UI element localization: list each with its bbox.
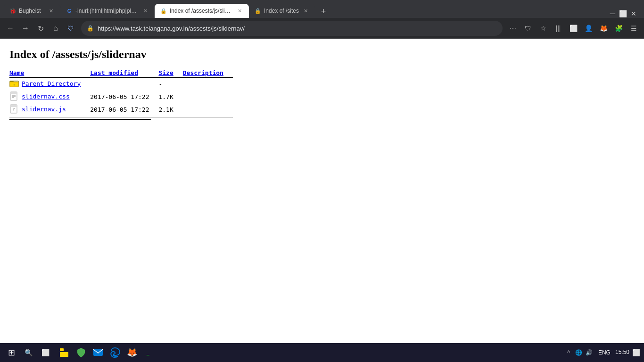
tab-favicon-sites: 🔒	[255, 8, 261, 14]
sort-by-name-link[interactable]: Name	[9, 69, 24, 76]
start-button[interactable]: ⊞	[4, 345, 19, 360]
svg-rect-5	[10, 92, 17, 94]
tab-title-bugheist: Bugheist	[19, 8, 44, 14]
css-file-desc-cell	[183, 90, 233, 103]
slidernav-css-link[interactable]: slidernav.css	[22, 93, 70, 100]
svg-rect-12	[60, 348, 64, 351]
restore-button[interactable]: ⬜	[619, 10, 627, 17]
svg-rect-10	[10, 105, 17, 107]
tab-favicon-slidernav: 🔒	[160, 8, 167, 14]
lock-icon: 🔒	[87, 25, 94, 32]
js-file-desc-cell	[183, 103, 233, 117]
close-button[interactable]: ✕	[631, 10, 636, 17]
reload-button[interactable]: ↻	[34, 22, 47, 35]
parent-directory-link[interactable]: Parent Directory	[22, 80, 81, 87]
taskbar-edge[interactable]	[107, 345, 123, 360]
tray-network[interactable]: 🌐	[575, 348, 583, 357]
search-button[interactable]: 🔍	[21, 345, 36, 360]
tab-bar: 🐞 Bugheist ✕ G -inurl:(html|html|php|pls…	[0, 0, 644, 18]
home-button[interactable]: ⌂	[49, 22, 62, 35]
taskbar: ⊞ 🔍 ⬜ 🦊 _ ^ 🌐 🔊	[0, 343, 644, 362]
parent-dir-name-cell: ↑ Parent Directory	[9, 78, 90, 91]
tab-close-sites[interactable]: ✕	[302, 7, 309, 15]
time-display[interactable]: 15:50	[615, 349, 629, 356]
tab-sites[interactable]: 🔒 Index of /sites ✕	[249, 4, 315, 18]
new-tab-button[interactable]: +	[317, 5, 330, 18]
extensions-button[interactable]: ⋯	[506, 22, 520, 35]
css-file-size-cell: 1.7K	[158, 90, 182, 103]
table-header-row: Name Last modified Size Description	[9, 68, 233, 78]
tab-title-slidernav: Index of /assests/js/slidernav	[170, 8, 233, 14]
js-file-name-cell: ? slidernav.js	[9, 103, 90, 117]
svg-rect-13	[60, 352, 68, 357]
tray-chevron[interactable]: ^	[564, 348, 573, 357]
address-text: https://www.task.telangana.gov.in/assest…	[98, 25, 497, 32]
tab-slidernav[interactable]: 🔒 Index of /assests/js/slidernav ✕	[155, 4, 249, 18]
extensions-icon[interactable]: 🧩	[612, 22, 625, 35]
shield-icon: 🛡	[64, 22, 77, 35]
pocket-icon[interactable]: 🛡	[521, 22, 535, 35]
js-file-icon: ?	[9, 104, 19, 114]
language-indicator[interactable]: ENG	[598, 349, 611, 356]
clock-time: 15:50	[615, 349, 629, 356]
tab-title-google: -inurl:(html|html|php|pls|txt) in	[75, 8, 139, 14]
col-header-size: Size	[158, 68, 182, 78]
js-file-modified-cell: 2017-06-05 17:22	[90, 103, 158, 117]
account-icon[interactable]: 👤	[582, 22, 595, 35]
svg-text:↑: ↑	[13, 82, 16, 87]
forward-button[interactable]: →	[19, 22, 32, 35]
svg-text:?: ?	[13, 108, 15, 112]
sort-by-modified-link[interactable]: Last modified	[90, 69, 138, 76]
task-view-button[interactable]: ⬜	[38, 345, 53, 360]
parent-dir-size-cell: -	[158, 78, 182, 91]
notification-icon[interactable]: ⬜	[632, 349, 640, 356]
sort-by-size-link[interactable]: Size	[158, 69, 173, 76]
taskbar-terminal[interactable]: _	[141, 345, 157, 360]
taskbar-mail[interactable]	[91, 345, 106, 360]
parent-dir-desc-cell	[183, 78, 233, 91]
css-file-modified-cell: 2017-06-05 17:22	[90, 90, 158, 103]
slidernav-js-link[interactable]: slidernav.js	[22, 106, 66, 113]
tab-favicon-bugheist: 🐞	[9, 8, 16, 14]
taskbar-apps: 🦊 _	[57, 345, 157, 360]
parent-dir-modified-cell	[90, 78, 158, 91]
tab-google-search[interactable]: G -inurl:(html|html|php|pls|txt) in ✕	[60, 4, 155, 18]
taskbar-explorer[interactable]	[57, 345, 72, 360]
toolbar: ← → ↻ ⌂ 🛡 🔒 https://www.task.telangana.g…	[0, 18, 644, 39]
firefox-account-icon[interactable]: 🦊	[597, 22, 610, 35]
address-bar[interactable]: 🔒 https://www.task.telangana.gov.in/asse…	[81, 21, 503, 36]
sort-by-description-link[interactable]: Description	[183, 69, 223, 76]
table-row: ? slidernav.js 2017-06-05 17:22 2.1K	[9, 103, 233, 117]
css-file-icon	[9, 91, 19, 101]
js-file-size-cell: 2.1K	[158, 103, 182, 117]
table-row: slidernav.css 2017-06-05 17:22 1.7K	[9, 90, 233, 103]
tab-close-google[interactable]: ✕	[141, 7, 149, 15]
toolbar-right: ⋯ 🛡 ☆ ||| ⬜ 👤 🦊 🧩 ☰	[506, 22, 640, 35]
menu-button[interactable]: ☰	[627, 22, 640, 35]
taskbar-shield[interactable]	[74, 345, 89, 360]
page-title: Index of /assests/js/slidernav	[9, 48, 635, 61]
taskbar-right: ^ 🌐 🔊 ENG 15:50 ⬜	[564, 348, 640, 357]
tab-close-slidernav[interactable]: ✕	[236, 7, 243, 15]
col-header-description: Description	[183, 68, 233, 78]
bookmark-button[interactable]: ☆	[537, 22, 550, 35]
tab-close-bugheist[interactable]: ✕	[47, 7, 55, 15]
page-content: Index of /assests/js/slidernav Name Last…	[0, 39, 644, 343]
tab-favicon-google: G	[66, 8, 73, 14]
minimize-button[interactable]: ─	[610, 9, 615, 18]
directory-table: Name Last modified Size Description	[9, 68, 233, 117]
library-icon[interactable]: |||	[552, 22, 565, 35]
tab-bugheist[interactable]: 🐞 Bugheist ✕	[4, 4, 60, 18]
parent-folder-icon: ↑	[9, 79, 19, 88]
back-button[interactable]: ←	[4, 22, 17, 35]
taskbar-firefox[interactable]: 🦊	[124, 345, 140, 360]
table-row: ↑ Parent Directory -	[9, 78, 233, 91]
col-header-last-modified: Last modified	[90, 68, 158, 78]
tray-volume[interactable]: 🔊	[585, 348, 594, 357]
tab-title-sites: Index of /sites	[264, 8, 299, 14]
svg-text:_: _	[146, 350, 149, 355]
col-header-name: Name	[9, 68, 90, 78]
css-file-name-cell: slidernav.css	[9, 90, 90, 103]
system-tray: ^ 🌐 🔊	[564, 348, 594, 357]
synced-tabs-icon[interactable]: ⬜	[567, 22, 580, 35]
